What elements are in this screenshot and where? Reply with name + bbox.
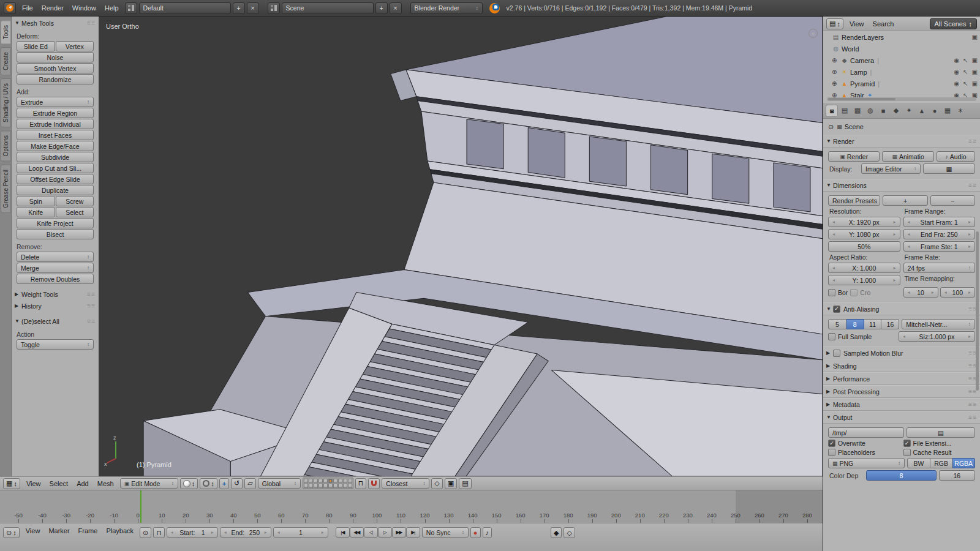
frame-start-field[interactable]: Start Fram: 1 xyxy=(903,217,976,227)
placeholders-checkbox[interactable] xyxy=(828,449,835,456)
timeline-menu-item[interactable]: Frame xyxy=(74,527,102,534)
frame-rate-select[interactable]: 24 fps ↕ xyxy=(903,263,976,273)
playback-button[interactable]: ◁ xyxy=(364,527,378,538)
viewport-menu-item[interactable]: Mesh xyxy=(93,480,118,487)
panel-grip-icon[interactable]: ≡≡ xyxy=(968,138,977,144)
preview-range-toggle[interactable]: ⊙ xyxy=(140,527,151,538)
add-scene-button[interactable]: + xyxy=(375,2,388,14)
resolution-y-field[interactable]: Y: 1080 px xyxy=(828,229,900,239)
playback-button[interactable]: ▶▶ xyxy=(392,527,406,538)
frame-start-field[interactable]: Start: 1 xyxy=(167,527,218,538)
tab-scene[interactable]: ▩ xyxy=(851,105,864,117)
delete-screen-layout-button[interactable]: × xyxy=(247,2,259,14)
cache-result-checkbox[interactable] xyxy=(903,449,911,456)
pyramid-model[interactable] xyxy=(99,17,823,476)
remove-doubles-button[interactable]: Remove Doubles xyxy=(17,274,94,284)
add-tool-button[interactable]: Subdivide xyxy=(17,152,94,162)
current-frame-field[interactable]: 1 xyxy=(273,527,328,538)
pivot-center-select[interactable]: ↕ xyxy=(200,478,217,489)
add-preset-button[interactable]: + xyxy=(883,195,927,206)
toolshelf-tab[interactable]: Grease Pencil xyxy=(1,165,11,213)
tab-modifiers[interactable]: ✦ xyxy=(903,105,915,117)
output-panel-header[interactable]: ▼ Output ≡≡ xyxy=(823,411,980,424)
motion-blur-checkbox[interactable] xyxy=(833,350,840,357)
outliner-display-filter[interactable]: All Scenes ↕ xyxy=(930,18,977,29)
tab-constraints[interactable]: ◆ xyxy=(890,105,902,117)
snap-target-button[interactable]: ◇ xyxy=(431,478,442,489)
expand-icon[interactable]: ⊕ xyxy=(832,80,839,87)
record-button[interactable]: ● xyxy=(470,527,481,538)
lock-to-scene-button[interactable]: ⊓ xyxy=(355,478,367,489)
dimensions-panel-header[interactable]: ▼ Dimensions ≡≡ xyxy=(823,179,980,192)
add-tool-button[interactable]: Knife Project xyxy=(17,218,94,228)
opengl-render-button[interactable]: ▣ xyxy=(445,478,457,489)
toolshelf-tab[interactable]: Tools xyxy=(1,20,11,44)
border-checkbox[interactable] xyxy=(828,289,835,296)
playback-button[interactable]: ▷ xyxy=(378,527,392,538)
topbar-menu-item[interactable]: Window xyxy=(68,4,100,12)
slide-edge-button[interactable]: Slide Ed xyxy=(17,41,55,51)
screen-layout-browse-button[interactable] xyxy=(125,2,137,14)
motion-blur-panel-header[interactable]: ▶ Sampled Motion Blur ≡≡ xyxy=(823,347,980,359)
viewport-3d[interactable]: User Ortho (1) Pyramid z x + xyxy=(99,17,823,476)
panel-grip-icon[interactable]: ≡≡ xyxy=(87,291,96,298)
delete-scene-button[interactable]: × xyxy=(390,2,402,14)
timeline-menu-item[interactable]: Playback xyxy=(102,527,138,534)
render-toggle-icon[interactable]: ▣ xyxy=(972,69,978,75)
opengl-render-anim-button[interactable]: ▤ xyxy=(459,478,471,489)
tab-object-data[interactable]: ▲ xyxy=(916,105,928,117)
manipulator-translate-button[interactable]: + xyxy=(219,478,229,489)
audio-scrub-toggle[interactable]: ♪ xyxy=(483,527,492,538)
crop-checkbox[interactable] xyxy=(850,289,858,296)
render-toggle-icon[interactable]: ▣ xyxy=(972,80,978,87)
current-frame-line[interactable] xyxy=(140,490,141,523)
render-button[interactable]: ▣ Render xyxy=(828,151,880,162)
add-tool-button[interactable]: Make Edge/Face xyxy=(17,141,94,151)
file-extensions-checkbox[interactable] xyxy=(903,440,911,447)
panel-grip-icon[interactable]: ≡≡ xyxy=(87,302,96,309)
transform-orientation-select[interactable]: Global ↕ xyxy=(258,478,301,489)
aa-samples-8-button[interactable]: 8 xyxy=(846,319,864,329)
full-sample-checkbox[interactable] xyxy=(828,333,835,340)
color-mode-rgba-button[interactable]: RGBA xyxy=(952,458,975,468)
eye-icon[interactable]: ◉ xyxy=(954,57,959,64)
output-path-field[interactable]: /tmp/ xyxy=(828,427,904,438)
info-editor-type-button[interactable] xyxy=(4,2,16,14)
resolution-x-field[interactable]: X: 1920 px xyxy=(828,217,900,227)
render-panel-header[interactable]: ▼ Render ≡≡ xyxy=(823,135,980,148)
display-select[interactable]: Image Editor ↕ xyxy=(861,163,921,174)
panel-grip-icon[interactable]: ≡≡ xyxy=(968,182,977,189)
color-mode-bw-button[interactable]: BW xyxy=(907,458,930,468)
aa-size-field[interactable]: Siz:1.000 px xyxy=(899,331,975,342)
scene-field[interactable]: Scene xyxy=(282,2,374,14)
remap-new-field[interactable]: 100 xyxy=(940,287,975,298)
add-tool-button[interactable]: Bisect xyxy=(17,229,94,239)
timeline-ruler[interactable]: -50-40-30-20-100102030405060708090100110… xyxy=(0,490,823,523)
panel-grip-icon[interactable]: ≡≡ xyxy=(87,318,96,324)
frame-end-field[interactable]: End Fra: 250 xyxy=(903,229,976,239)
tab-particles[interactable]: ∗ xyxy=(954,105,967,117)
collapsed-panel-header[interactable]: ▶ Metadata ≡≡ xyxy=(823,398,980,411)
aa-samples-16-button[interactable]: 16 xyxy=(881,319,899,329)
overwrite-checkbox[interactable] xyxy=(828,440,835,447)
tab-material[interactable]: ● xyxy=(929,105,941,117)
screw-button[interactable]: Screw xyxy=(56,196,94,206)
expand-icon[interactable]: ⊕ xyxy=(832,69,839,75)
resolution-scale-field[interactable]: 50% xyxy=(828,241,900,252)
deselect-all-panel-header[interactable]: ▼ (De)select All ≡≡ xyxy=(12,315,99,327)
snap-element-select[interactable]: Closest ↕ xyxy=(382,478,429,489)
browse-folder-button[interactable]: ▤ xyxy=(907,427,975,438)
tab-texture[interactable]: ▦ xyxy=(941,105,954,117)
extrude-menu-button[interactable]: Extrude ↕ xyxy=(17,97,94,107)
add-tool-button[interactable]: Extrude Region xyxy=(17,108,94,118)
add-tool-button[interactable]: Duplicate xyxy=(17,185,94,195)
delete-keyframe-button[interactable]: ◇ xyxy=(564,527,575,538)
knife-select-button[interactable]: Select xyxy=(56,207,94,217)
file-format-select[interactable]: ▦ PNG ↕ xyxy=(828,458,905,468)
screen-layout-field[interactable]: Default xyxy=(139,2,231,14)
display-image-icon-button[interactable]: ▦ xyxy=(923,163,975,174)
vertex-slide-button[interactable]: Vertex xyxy=(56,41,94,51)
toolshelf-tab[interactable]: Shading / UVs xyxy=(1,78,11,127)
timeline-menu-item[interactable]: View xyxy=(21,527,45,534)
collapsed-panel-header[interactable]: ▶ Post Processing ≡≡ xyxy=(823,385,980,398)
